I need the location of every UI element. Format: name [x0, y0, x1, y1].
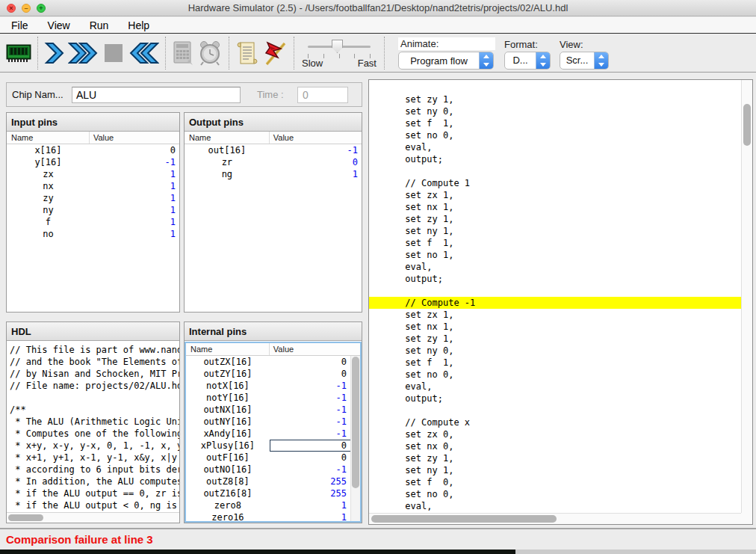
- pin-value[interactable]: -1: [270, 464, 360, 475]
- run-icon: [68, 40, 99, 66]
- pin-value[interactable]: 1: [90, 168, 179, 180]
- internal-pins-vertical-scrollbar[interactable]: [350, 356, 360, 521]
- hardware-simulator-window: { "window": { "title": "Hardware Simulat…: [0, 0, 756, 554]
- zoom-button[interactable]: +: [37, 4, 46, 13]
- pin-value[interactable]: 1: [270, 499, 360, 511]
- pin-value[interactable]: -1: [270, 144, 362, 156]
- pin-row[interactable]: outNO[16] -1: [186, 464, 360, 475]
- view-output-button[interactable]: [261, 37, 288, 69]
- scrollbar-thumb[interactable]: [743, 104, 751, 146]
- menu-item[interactable]: Help: [124, 19, 153, 31]
- hdl-horizontal-scrollbar[interactable]: [7, 512, 179, 523]
- pin-value[interactable]: -1: [270, 392, 360, 404]
- close-button[interactable]: ×: [7, 4, 16, 13]
- script-line-text: set zy 1,: [405, 94, 453, 105]
- pin-row[interactable]: nx 1: [7, 180, 179, 192]
- pin-row[interactable]: outZ8[8] 255: [186, 475, 360, 487]
- pin-value[interactable]: 255: [270, 487, 360, 499]
- menu-item[interactable]: File: [7, 19, 32, 31]
- pin-row[interactable]: notY[16] -1: [186, 392, 360, 404]
- script-line-text: // Compute 1: [405, 178, 470, 188]
- scrollbar-thumb[interactable]: [352, 357, 359, 488]
- pin-value[interactable]: 1: [270, 511, 360, 523]
- pin-value[interactable]: 1: [270, 168, 362, 180]
- toolbar: Slow Fast Animate: Program flow Format: …: [0, 34, 756, 73]
- script-line-text: set ny 1,: [405, 465, 453, 475]
- pin-row[interactable]: zx 1: [7, 168, 179, 180]
- pin-row[interactable]: ny 1: [7, 204, 179, 216]
- script-line-text: set zx 0,: [405, 429, 453, 440]
- pin-row[interactable]: f 1: [7, 216, 179, 228]
- pin-row[interactable]: outNX[16] -1: [186, 404, 360, 416]
- load-chip-button[interactable]: [6, 37, 31, 69]
- pin-value[interactable]: 0: [270, 440, 360, 452]
- pin-row[interactable]: ng 1: [185, 168, 362, 180]
- animate-select[interactable]: Program flow: [398, 52, 494, 70]
- pin-row[interactable]: outZY[16] 0: [186, 368, 360, 380]
- minimize-button[interactable]: –: [22, 4, 31, 13]
- clock-button[interactable]: [197, 37, 223, 69]
- script-vertical-scrollbar[interactable]: [741, 80, 752, 513]
- pin-value[interactable]: -1: [90, 156, 179, 168]
- pin-value[interactable]: 1: [90, 216, 179, 228]
- pin-row[interactable]: outZ16[8] 255: [186, 487, 360, 499]
- pin-row[interactable]: notX[16] -1: [186, 380, 360, 392]
- script-line-text: set f 1,: [405, 238, 453, 248]
- pin-row[interactable]: zero8 1: [186, 499, 360, 511]
- chip-name-field[interactable]: ALU: [72, 87, 241, 103]
- pin-row[interactable]: no 1: [7, 228, 179, 240]
- pin-row[interactable]: outF[16] 0: [186, 452, 360, 464]
- scrollbar-thumb[interactable]: [371, 515, 557, 523]
- pin-value[interactable]: 0: [270, 452, 360, 464]
- pin-value[interactable]: 1: [90, 192, 179, 204]
- pin-row[interactable]: out[16] -1: [185, 144, 362, 156]
- pin-value[interactable]: 1: [90, 204, 179, 216]
- calculator-button[interactable]: [172, 37, 194, 69]
- pin-value[interactable]: 0: [270, 156, 362, 168]
- scrollbar-thumb[interactable]: [8, 514, 43, 521]
- load-script-button[interactable]: [235, 37, 258, 69]
- pin-value[interactable]: 0: [90, 144, 179, 156]
- time-field: 0: [297, 87, 348, 103]
- pin-value[interactable]: 255: [270, 475, 360, 487]
- view-select[interactable]: Scr...: [560, 52, 609, 70]
- speed-slider-thumb[interactable]: [332, 40, 343, 53]
- pin-name: f: [7, 216, 90, 228]
- reset-button[interactable]: [128, 37, 159, 69]
- pin-row[interactable]: xPlusy[16] 0: [186, 440, 360, 452]
- pin-row[interactable]: x[16] 0: [7, 144, 179, 156]
- pin-value[interactable]: -1: [270, 404, 360, 416]
- pin-value[interactable]: 1: [90, 228, 179, 240]
- run-button[interactable]: [68, 37, 99, 69]
- pin-row[interactable]: zr 0: [185, 156, 362, 168]
- pin-row[interactable]: outZX[16] 0: [186, 356, 360, 368]
- pin-row[interactable]: y[16] -1: [7, 156, 179, 168]
- calculator-icon: [172, 40, 194, 67]
- pin-value[interactable]: -1: [270, 380, 360, 392]
- pin-value[interactable]: -1: [270, 428, 360, 440]
- menu-item[interactable]: Run: [86, 19, 113, 31]
- pin-value[interactable]: 0: [270, 356, 360, 368]
- pin-row[interactable]: outNY[16] -1: [186, 416, 360, 428]
- script-line-text: eval,: [405, 501, 432, 511]
- pin-row[interactable]: xAndy[16] -1: [186, 428, 360, 440]
- pin-value[interactable]: -1: [270, 416, 360, 428]
- format-select[interactable]: D...: [504, 52, 551, 70]
- script-panel: set zy 1, set ny 0, set f 1, set no 0, e…: [368, 79, 753, 525]
- script-line: // Compute x: [369, 404, 741, 416]
- pin-name: outNY[16]: [186, 416, 270, 428]
- scrollbar-corner: [741, 513, 752, 524]
- pin-value[interactable]: 0: [270, 368, 360, 380]
- menu-item[interactable]: View: [44, 19, 74, 31]
- single-step-button[interactable]: [44, 37, 65, 69]
- stop-button[interactable]: [102, 37, 125, 69]
- pin-value[interactable]: 1: [90, 180, 179, 192]
- chip-icon: [6, 40, 31, 66]
- script-horizontal-scrollbar[interactable]: [369, 513, 741, 524]
- internal-pins-table: Name Value outZX[16] 0 outZY[16] 0 notX[…: [185, 342, 362, 523]
- pin-name: notY[16]: [186, 392, 270, 404]
- pin-row[interactable]: zy 1: [7, 192, 179, 204]
- pin-name: xAndy[16]: [186, 428, 270, 440]
- pin-row[interactable]: zero16 1: [186, 511, 360, 523]
- pin-name: zero8: [186, 499, 270, 511]
